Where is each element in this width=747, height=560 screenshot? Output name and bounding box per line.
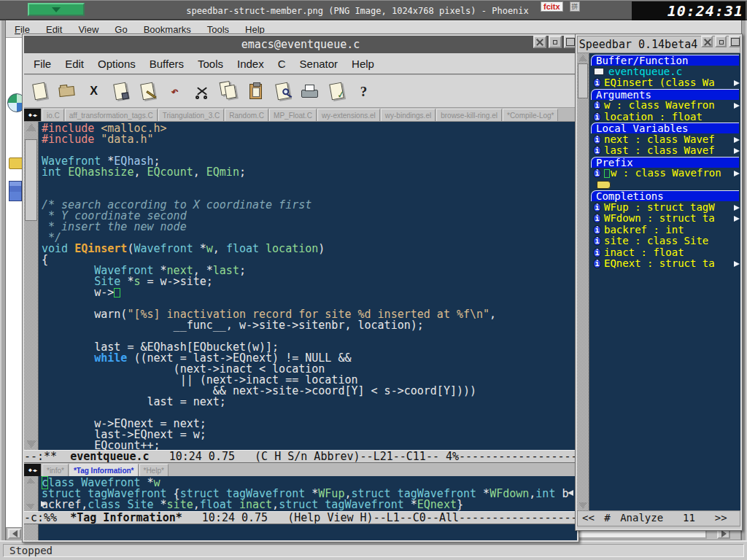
code-buffer[interactable]: #include <malloc.h>#include "data.h"Wave…	[39, 122, 577, 450]
vertical-scrollbar[interactable]	[24, 122, 39, 450]
speedbar-item[interactable]: inext : class Wavef	[591, 134, 740, 145]
scroll-down-icon[interactable]	[578, 502, 587, 509]
speedbar-item[interactable]: iWFup : struct tagW	[591, 202, 740, 213]
info-icon[interactable]: i	[593, 203, 601, 212]
scroll-left-arrow[interactable]	[8, 529, 21, 539]
maximize-icon[interactable]	[729, 36, 740, 47]
minimize-icon[interactable]	[549, 36, 562, 48]
info-icon[interactable]: i	[593, 214, 601, 223]
paste-icon[interactable]	[244, 79, 267, 103]
speedbar-item[interactable]: iw : class Wavefron	[591, 100, 740, 111]
scrollbar-thumb[interactable]	[25, 139, 37, 221]
info-icon[interactable]: i	[593, 112, 601, 122]
speedbar-item[interactable]: iw : class Wavefron	[591, 168, 740, 179]
buffer-tab[interactable]: browse-kill-ring.el	[436, 109, 502, 121]
emacs-menu-tools[interactable]: Tools	[198, 58, 223, 70]
scroll-down-icon[interactable]	[26, 440, 36, 448]
emacs-menu-edit[interactable]: Edit	[65, 58, 84, 70]
scroll-up-icon[interactable]	[26, 478, 35, 483]
scrollbar-thumb[interactable]	[578, 63, 588, 98]
buffer-tab[interactable]: *Compile-Log*	[503, 109, 558, 121]
speedbar-item[interactable]: ibackref : int	[591, 225, 740, 236]
close-icon[interactable]	[701, 36, 713, 47]
speedbar-section-local-variables: Local Variables	[591, 122, 739, 133]
customize-icon[interactable]: ✓	[325, 79, 348, 103]
info-icon[interactable]: i	[593, 248, 601, 257]
modeline-eventqueue: --:** eventqueue.c 10:24 0.75 (C H S/n A…	[24, 450, 577, 463]
speedbar-statusbar[interactable]: << # Analyze 11 >>	[577, 510, 740, 526]
close-buffer-icon[interactable]: X	[82, 79, 105, 103]
info-icon[interactable]: i	[593, 225, 601, 235]
cut-icon[interactable]	[190, 79, 213, 103]
help-icon[interactable]: ?	[352, 79, 375, 103]
buffer-tab[interactable]: MP_Float.C	[269, 109, 317, 121]
buffer-tab[interactable]: io.C	[42, 109, 64, 121]
emacs-window: emacs@eventqueue.c FileEditOptionsBuffer…	[22, 34, 579, 542]
truncation-arrow-icon	[734, 103, 740, 109]
ime-mode-badge[interactable]: 拼	[570, 1, 580, 12]
speedbar-item[interactable]: ilocation : float	[591, 112, 740, 122]
fcitx-badge[interactable]: fcitx	[541, 1, 563, 12]
code-line: void EQinsert(Wavefront *w, float locati…	[42, 244, 577, 254]
info-icon[interactable]: i	[593, 168, 601, 178]
speedbar-item[interactable]: ilast : class Wavef	[591, 145, 740, 156]
scroll-up-icon[interactable]	[26, 123, 36, 131]
copy-icon[interactable]	[217, 79, 240, 103]
emacs-menu-senator[interactable]: Senator	[300, 58, 338, 70]
speedbar-item[interactable]: eventqueue.c	[591, 66, 740, 77]
desktop-folder-icon[interactable]	[9, 158, 23, 169]
speedbar-item[interactable]: isite : class Site	[591, 236, 740, 246]
scroll-down-icon[interactable]	[26, 504, 35, 510]
emacs-menu-options[interactable]: Options	[98, 58, 136, 70]
info-icon[interactable]: i	[593, 236, 601, 246]
emacs-menu-c[interactable]: C	[278, 58, 286, 70]
truncation-arrow-icon	[734, 80, 740, 86]
file-icon	[594, 68, 604, 75]
search-icon[interactable]	[271, 79, 294, 103]
buffer-tab[interactable]: Triangulation_3.C	[158, 109, 225, 121]
emacs-titlebar[interactable]: emacs@eventqueue.c	[24, 36, 577, 53]
buffer-tab[interactable]: *Help*	[139, 464, 169, 476]
speedbar-list: Buffer/Functioneventqueue.ciEQinsert (cl…	[589, 53, 740, 510]
diamond-icon: ◆	[28, 112, 32, 118]
open-folder-icon[interactable]	[55, 79, 78, 103]
save-as-icon[interactable]	[136, 79, 159, 103]
speedbar-item[interactable]: iEQnext : struct ta	[591, 258, 740, 269]
buffer-tab[interactable]: aff_transformation_tags.C	[65, 109, 158, 121]
tab-scroll-widget[interactable]: ◆◀▶	[24, 109, 41, 121]
info-icon[interactable]: i	[593, 146, 601, 155]
desktop-document-icon[interactable]	[9, 181, 22, 201]
speedbar-item[interactable]: iEQinsert (class Wa	[591, 77, 740, 88]
info-icon[interactable]: i	[593, 259, 601, 268]
buffer-tab[interactable]: wy-extensions.el	[317, 109, 380, 121]
code-line: last = next;	[42, 397, 577, 408]
speedbar-item[interactable]: iWFdown : struct ta	[591, 213, 740, 224]
code-line: int EQhashsize, EQcount, EQmin;	[42, 167, 577, 178]
vertical-scrollbar[interactable]	[577, 53, 589, 510]
print-icon[interactable]	[298, 79, 321, 103]
info-icon[interactable]: i	[593, 101, 601, 110]
undo-icon[interactable]: ↶	[163, 79, 186, 103]
speedbar-item[interactable]: iinact : float	[591, 247, 740, 258]
new-file-icon[interactable]	[28, 79, 51, 103]
emacs-menu-buffers[interactable]: Buffers	[150, 58, 184, 70]
buffer-tab[interactable]: *Tag Information*	[69, 464, 139, 476]
info-icon[interactable]: i	[593, 78, 601, 88]
emacs-menu-file[interactable]: File	[34, 58, 51, 70]
buffer-tab[interactable]: Random.C	[225, 109, 268, 121]
speedbar-title: Speedbar 0.14beta4	[579, 38, 698, 51]
buffer-tab[interactable]: *info*	[42, 464, 69, 476]
vertical-scrollbar[interactable]	[24, 476, 39, 511]
minibuffer[interactable]	[24, 524, 577, 540]
emacs-menu-index[interactable]: Index	[237, 58, 264, 70]
tag-info-buffer[interactable]: class Wavefront *wstruct tagWavefront {s…	[39, 476, 577, 511]
buffer-tab[interactable]: wy-bindings.el	[381, 109, 436, 121]
minimize-icon[interactable]	[715, 36, 727, 47]
info-icon[interactable]: i	[593, 135, 601, 144]
close-icon[interactable]	[533, 36, 546, 48]
save-icon[interactable]	[109, 79, 132, 103]
scroll-up-icon[interactable]	[578, 55, 587, 61]
wm-menu-button[interactable]	[28, 3, 85, 16]
tab-scroll-widget[interactable]: ◆◀▶	[24, 464, 41, 476]
emacs-menu-help[interactable]: Help	[352, 58, 374, 70]
